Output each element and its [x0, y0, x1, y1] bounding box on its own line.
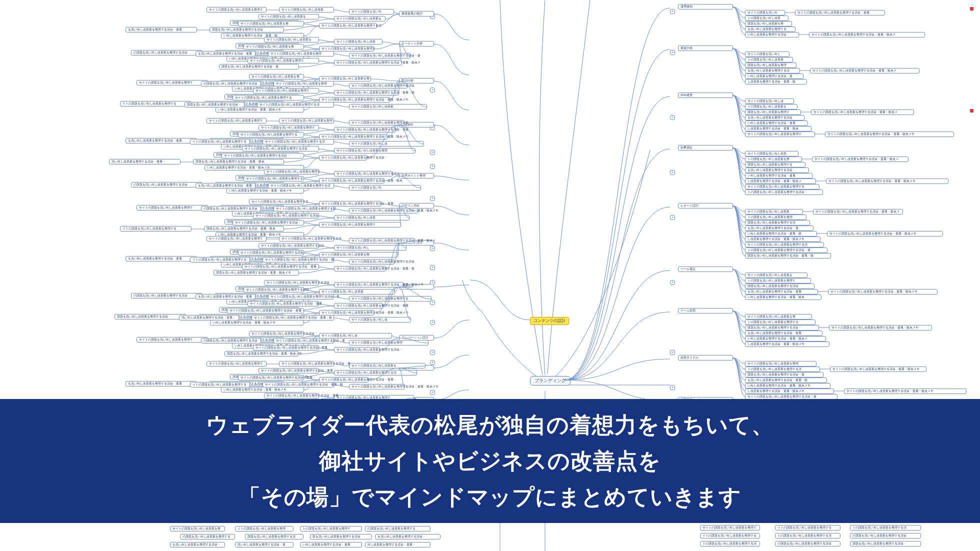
- mindmap-node[interactable]: サイトの課題を洗い出し改善案を整理する項目・要素・観点メモ: [844, 388, 966, 394]
- mindmap-node[interactable]: い出し改善案を整理する項目・要素・観点: [745, 294, 822, 300]
- mindmap-node[interactable]: い出し改善案を整理する項目・要素・: [745, 173, 812, 178]
- collapse-toggle[interactable]: +: [430, 164, 435, 169]
- mindmap-node[interactable]: を洗い出し改善案を整理する項目・要素: [745, 289, 818, 294]
- mindmap-node[interactable]: サイトの課題を洗い出し改善案を整理する項目・要素・観点メモ: [829, 325, 932, 330]
- mindmap-node[interactable]: の課題を洗い出し改善案を整理する項目: [201, 81, 261, 86]
- collapse-toggle[interactable]: +: [430, 265, 435, 270]
- mindmap-node[interactable]: を洗い出し改善案を整理する項目・要素: [126, 138, 197, 144]
- mindmap-node[interactable]: サイトの課題を洗い出し改善案を整理す: [700, 525, 760, 530]
- mindmap-node[interactable]: サイトの課題を洗い出し改善案を整理す: [745, 132, 815, 137]
- mindmap-node[interactable]: を洗い出し改善案を整理する: [745, 26, 796, 32]
- collapse-toggle[interactable]: +: [430, 150, 435, 155]
- mindmap-node[interactable]: 課題を洗い出し改善案を整理する項目・: [745, 325, 819, 330]
- mindmap-node[interactable]: い出し改善案を整理する項目・要素・観点メモ: [221, 387, 304, 392]
- mindmap-node[interactable]: トの課題を洗い出し改善案を整: [745, 156, 802, 162]
- mindmap-node[interactable]: トの課題を洗い出し改善案を整理: [745, 214, 806, 220]
- mindmap-node[interactable]: サイトの課題を洗い出し改善案を整理する項目・要: [279, 361, 334, 366]
- mindmap-node[interactable]: の課題を洗い出し改善案を整理する項目: [850, 533, 921, 538]
- mindmap-node[interactable]: サイトの課題を洗い出し改善案を整理: [279, 118, 334, 124]
- mindmap-node[interactable]: 課題を洗い出し改善案を整理する項: [245, 534, 304, 540]
- mindmap-node[interactable]: サイトの課題を洗い出し改善案を整理する項目・要素・観点メモ: [830, 366, 926, 372]
- mindmap-node[interactable]: 課題を洗い出し改善案を整理: [745, 62, 796, 68]
- mindmap-node[interactable]: 課題を洗い出し改善案を整理する項目・: [184, 102, 244, 108]
- mindmap-node[interactable]: を洗い出し改善案を整理する項目・要素: [196, 51, 256, 56]
- collapse-toggle[interactable]: +: [430, 196, 435, 201]
- mindmap-node[interactable]: イトの課題を洗い出し改善案を整理する: [190, 382, 250, 388]
- mindmap-node[interactable]: サイトの課題を洗い出し改善案を整理する項: [319, 23, 377, 28]
- mindmap-node[interactable]: イトの課題を洗い出し改善案を整理する: [190, 139, 250, 144]
- mindmap-node[interactable]: イトの課題を洗い出し改善案を整理する: [700, 533, 760, 538]
- mindmap-node[interactable]: 課題を洗い出し改善案を整理する項目・要素・観点メモ: [224, 351, 299, 356]
- mindmap-node[interactable]: チーム役割: [678, 308, 733, 314]
- mindmap-node[interactable]: の課題を洗い出し改善案を整理する項目: [131, 182, 202, 188]
- mindmap-node[interactable]: を洗い出し改善案を整理する項目・: [745, 168, 809, 173]
- mindmap-node[interactable]: サイトの課題を洗い出し改善案を整理: [745, 361, 816, 366]
- mindmap-node[interactable]: トの課題を洗い出し改善: [745, 16, 788, 21]
- mindmap-node[interactable]: を洗い出し改善案を整理する項目・要素・観: [745, 378, 827, 383]
- mindmap-node[interactable]: 洗い出し改善案を整理する項目・要素・: [109, 159, 180, 164]
- mindmap-node[interactable]: イトの課題を洗い出し改善案を整理する: [120, 101, 192, 106]
- mindmap-node[interactable]: サイトの課題を洗い出し改善案を整理す: [136, 80, 208, 86]
- mindmap-node[interactable]: 課題を洗い出し改善案を整理する項目・: [114, 314, 186, 320]
- mindmap-node[interactable]: サイトの課題を洗い出し改善案: [745, 209, 803, 214]
- mindmap-node[interactable]: を洗い出し改善案を整理する項目: [745, 115, 804, 120]
- mindmap-node[interactable]: の課題を洗い出し改善案を整理する項目: [775, 541, 840, 546]
- mindmap-node[interactable]: サイトの課題を洗い出し改善案を整理する項: [268, 183, 334, 188]
- mindmap-node[interactable]: い出し改善案を整理する項目・要素・観点メモ: [226, 188, 304, 194]
- mindmap-node[interactable]: い出し改善案を整理する項目・要素・観: [745, 231, 817, 236]
- mindmap-node[interactable]: トの課題を洗い出し改善案を整理す: [300, 526, 362, 532]
- mindmap-node[interactable]: 出し改善案を整理する項目・要素・: [365, 542, 430, 548]
- mindmap-node[interactable]: トの課題を洗い出し改善案を整理する項目・要: [745, 248, 828, 253]
- mindmap-node[interactable]: サイトの課題を洗い出し改善案を整理する項目・要素・観点メ: [812, 156, 908, 162]
- mindmap-node[interactable]: 課題を洗い出し改善案を整理する項目・要素・観点メモ: [214, 270, 299, 276]
- mindmap-node[interactable]: サイトの課題を洗い出し改善案を整理する項: [745, 242, 824, 248]
- mindmap-node[interactable]: サイトの課題を洗い出し改善案を整理する項目・要素・観点メモ: [826, 178, 948, 184]
- mindmap-node[interactable]: し改善案を整理する項目・要素・観: [745, 79, 807, 84]
- mindmap-node[interactable]: の課題を洗い出し改善案を整理する: [365, 526, 430, 532]
- mindmap-node[interactable]: 効果測定: [678, 145, 733, 150]
- mindmap-node[interactable]: サイトの課題を洗い出し改善案を整理す: [136, 205, 208, 210]
- mindmap-node[interactable]: 課題を洗い出し改善案を整理する項目・: [850, 541, 921, 546]
- mindmap-node[interactable]: イトの課題を洗い出し改善案を整理する: [120, 226, 192, 232]
- mindmap-node[interactable]: SNS連携: [678, 92, 733, 98]
- mindmap-node[interactable]: イトの課題を洗い出し改善案を整理する: [190, 257, 250, 262]
- mindmap-node[interactable]: 課題を洗い出し改善案を整理する: [745, 162, 806, 168]
- mindmap-node[interactable]: 更新計画: [678, 46, 733, 51]
- mindmap-node[interactable]: 課題を洗い出し改善案を整理する項目: [745, 284, 814, 289]
- mindmap-node[interactable]: サイトの課題を洗い出し改善案を整理する項目・要素・観点メ: [810, 68, 920, 74]
- mindmap-node[interactable]: い出し改善案を整理する項目・要素: [745, 120, 808, 126]
- mindmap-node[interactable]: サイトの課題を洗い出し改善案を整理する項目・要素: [795, 10, 885, 16]
- mindmap-node[interactable]: サイトの課題を洗い出し改善案を整理する項目・要素・観点メモ: [825, 132, 954, 137]
- mindmap-node[interactable]: トの課題を洗い出し改善案を整理する項: [850, 525, 921, 530]
- mindmap-node[interactable]: を洗い出し改善案を整理する項目・: [375, 534, 440, 540]
- mindmap-node[interactable]: サイトの課題を洗い出し改善案を整理す: [206, 236, 266, 242]
- mindmap-node[interactable]: サイトの課題を洗い出し改善案を整理する項目・: [319, 155, 367, 160]
- mindmap-node[interactable]: サイトの課題を洗い出し改善案を整: [745, 314, 812, 320]
- mindmap-node[interactable]: 課題を洗い出し改善案を整理する項目・要素・観点: [193, 159, 284, 164]
- mindmap-node[interactable]: を洗い出し改善案を整理する項目・要素: [126, 256, 197, 262]
- mindmap-node[interactable]: サイトの課題を洗い出し改善案を整理: [268, 51, 334, 56]
- mindmap-node[interactable]: し改善案を整理する項目・要素・観点: [745, 126, 812, 132]
- mindmap-node[interactable]: を洗い出し改善案を整理する項目・要素: [196, 183, 256, 188]
- mindmap-node[interactable]: サイトの課題を洗い出し改善案を整理する項目・要素・観点メ: [334, 60, 402, 66]
- mindmap-node[interactable]: サイトの課題を洗い出し改善案を: [745, 272, 808, 278]
- mindmap-node[interactable]: を洗い出し改善案を整理する項目・要素: [126, 27, 197, 32]
- mindmap-node[interactable]: 洗い出し改善案を整理する項目・要: [235, 542, 294, 548]
- mindmap-node[interactable]: 課題を洗い出し改善案を整理する項目・要: [219, 64, 299, 70]
- mindmap-node[interactable]: サイトの課題を洗い出し改善案を整理する項目・要素・観: [252, 315, 334, 320]
- mindmap-node[interactable]: 課題を洗い出し改善案を整理する項目: [210, 27, 284, 32]
- highlight-node[interactable]: コンテンツの設計: [530, 317, 569, 325]
- mindmap-node[interactable]: を洗い出し改善案を整理する項目・要素・: [745, 330, 822, 336]
- mindmap-node[interactable]: サイトの課題を洗い出し: [745, 52, 790, 57]
- mindmap-node[interactable]: 課題を洗い出し改善案を整: [745, 21, 792, 26]
- mindmap-node[interactable]: サイトの課題を洗い出し改善案を整理する項目・要素・観: [334, 266, 386, 272]
- mindmap-node[interactable]: サイトの課題を洗い出し改善案を整理する項目・要: [262, 257, 334, 262]
- mindmap-node[interactable]: サイトの課題を洗い出し改善案を整理する項: [262, 139, 334, 144]
- mindmap-node[interactable]: の課題を洗い出し改善案を整理する項目: [131, 293, 202, 298]
- mindmap-node[interactable]: トの課題を洗い出し改善案を: [745, 104, 798, 110]
- mindmap-node[interactable]: サイトの課題を洗い出し改善案を整理する項目・要: [274, 338, 334, 344]
- mindmap-node[interactable]: 題を洗い出し改善案を整理する項目: [310, 534, 372, 540]
- mindmap-node[interactable]: サイトの課題を洗い出し改善案を整理す: [136, 337, 208, 342]
- mindmap-node[interactable]: の課題を洗い出し改善案を整理する項目: [201, 338, 261, 344]
- mindmap-node[interactable]: トの課題を洗い出し改善案を整理する項: [775, 533, 840, 538]
